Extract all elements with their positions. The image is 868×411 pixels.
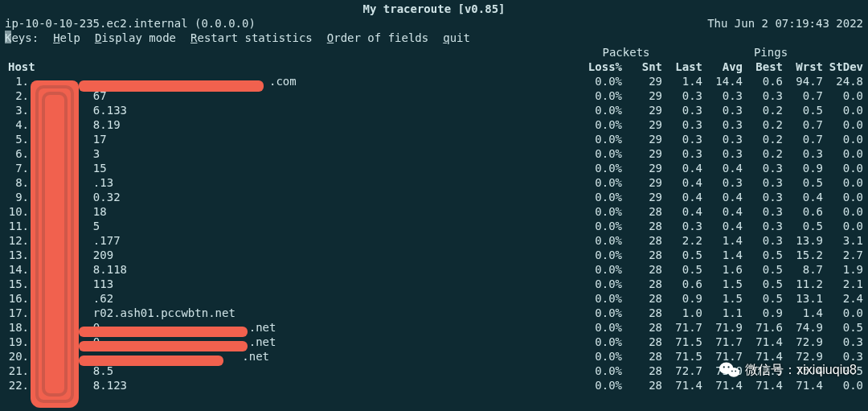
hop-stdev: 0.0 — [823, 378, 863, 393]
hop-host: 15 — [32, 161, 582, 175]
hop-row: 9. 0.320.0%290.40.40.30.40.0 — [0, 190, 868, 204]
hop-avg: 71.4 — [702, 378, 743, 393]
hop-last: 1.0 — [662, 306, 702, 320]
hop-best: 0.3 — [743, 175, 783, 190]
hop-stdev: 0.0 — [823, 204, 863, 219]
hop-loss: 0.0% — [582, 88, 622, 103]
hop-last: 71.7 — [662, 320, 702, 335]
hop-stdev: 2.4 — [823, 291, 863, 306]
hop-last: 0.3 — [662, 88, 702, 103]
menu-hotkey: O — [327, 31, 334, 44]
hop-loss: 0.0% — [582, 219, 622, 233]
hop-avg: 0.3 — [702, 146, 743, 161]
hop-avg: 0.3 — [702, 175, 743, 190]
hop-host: 8.123 — [32, 378, 582, 393]
hop-number: 3. — [5, 103, 32, 117]
hop-row: 15. 1130.0%280.61.50.511.22.1 — [0, 277, 868, 291]
hop-best: 0.3 — [743, 161, 783, 175]
hop-host: 6.133 — [32, 103, 582, 117]
hop-snt: 28 — [622, 349, 662, 364]
menu-item-order-of-fields[interactable]: Order of fields — [327, 31, 428, 45]
hop-loss: 0.0% — [582, 132, 622, 146]
hop-stdev: 0.0 — [823, 219, 863, 233]
svg-point-1 — [728, 368, 739, 377]
hop-avg: 14.4 — [702, 74, 743, 88]
hop-loss: 0.0% — [582, 378, 622, 393]
hop-avg: 0.4 — [702, 161, 743, 175]
hop-row: 10. 180.0%280.40.40.30.60.0 — [0, 204, 868, 219]
hop-loss: 0.0% — [582, 103, 622, 117]
hop-wrst: 0.5 — [783, 175, 823, 190]
hop-loss: 0.0% — [582, 277, 622, 291]
hop-stdev: 0.5 — [823, 320, 863, 335]
hop-row: 13. 2090.0%280.51.40.515.22.7 — [0, 248, 868, 262]
hop-last: 0.3 — [662, 146, 702, 161]
hop-last: 1.4 — [662, 74, 702, 88]
redaction-overlay — [79, 356, 223, 366]
menu-text: rder of fields — [334, 31, 428, 44]
redaction-overlay — [79, 341, 248, 351]
hop-last: 0.6 — [662, 277, 702, 291]
hop-row: 8. .130.0%290.40.30.30.50.0 — [0, 175, 868, 190]
hop-host: 17 — [32, 132, 582, 146]
hop-stdev: 0.0 — [823, 103, 863, 117]
hop-number: 8. — [5, 175, 32, 190]
hop-host: 113 — [32, 277, 582, 291]
hop-host: 18 — [32, 204, 582, 219]
col-loss: Loss% — [582, 60, 622, 74]
hop-loss: 0.0% — [582, 117, 622, 132]
menu-text: uit — [450, 31, 470, 44]
hop-wrst: 13.1 — [783, 291, 823, 306]
hop-wrst: 74.9 — [783, 320, 823, 335]
hop-best: 0.2 — [743, 146, 783, 161]
hop-best: 0.5 — [743, 262, 783, 277]
hop-wrst: 0.9 — [783, 161, 823, 175]
hop-stdev: 3.1 — [823, 233, 863, 248]
hop-best: 71.6 — [743, 320, 783, 335]
hop-host: 8.118 — [32, 262, 582, 277]
hop-last: 0.3 — [662, 219, 702, 233]
hop-loss: 0.0% — [582, 248, 622, 262]
hop-wrst: 71.4 — [783, 378, 823, 393]
hop-snt: 29 — [622, 132, 662, 146]
redaction-overlay — [31, 80, 79, 408]
menu-text: isplay mode — [101, 31, 176, 44]
hop-number: 1. — [5, 74, 32, 88]
hop-snt: 28 — [622, 219, 662, 233]
menu-item-help[interactable]: Help — [53, 31, 80, 45]
menu-item-restart-statistics[interactable]: Restart statistics — [190, 31, 313, 45]
hop-number: 19. — [5, 335, 32, 349]
hop-last: 0.4 — [662, 190, 702, 204]
menu-item-display-mode[interactable]: Display mode — [95, 31, 176, 45]
hop-number: 14. — [5, 262, 32, 277]
local-host-label: ip-10-0-10-235.ec2.internal (0.0.0.0) — [5, 16, 256, 31]
hop-avg: 0.3 — [702, 132, 743, 146]
hop-best: 0.3 — [743, 219, 783, 233]
hop-stdev: 1.9 — [823, 262, 863, 277]
hop-host: r02.ash01.pccwbtn.net — [32, 306, 582, 320]
hop-loss: 0.0% — [582, 349, 622, 364]
wechat-icon — [719, 361, 740, 379]
timestamp: Thu Jun 2 07:19:43 2022 — [707, 16, 863, 31]
hop-row: 11. 50.0%280.30.40.30.50.0 — [0, 219, 868, 233]
col-last: Last — [662, 60, 702, 74]
hop-wrst: 0.4 — [783, 190, 823, 204]
hop-stdev: 0.3 — [823, 335, 863, 349]
hop-last: 0.9 — [662, 291, 702, 306]
hop-best: 0.2 — [743, 132, 783, 146]
hop-stdev: 2.1 — [823, 277, 863, 291]
hop-number: 17. — [5, 306, 32, 320]
hop-snt: 28 — [622, 306, 662, 320]
hop-wrst: 13.9 — [783, 233, 823, 248]
menu-item-quit[interactable]: quit — [443, 31, 470, 45]
menu-text: estart statistics — [197, 31, 312, 44]
hop-best: 0.3 — [743, 190, 783, 204]
hop-snt: 28 — [622, 248, 662, 262]
subtitle-row: ip-10-0-10-235.ec2.internal (0.0.0.0) Th… — [0, 16, 868, 31]
hop-stdev: 0.0 — [823, 175, 863, 190]
hop-avg: 1.5 — [702, 291, 743, 306]
hop-row: 22. 8.1230.0%2871.471.471.471.40.0 — [0, 378, 868, 393]
hop-avg: 1.4 — [702, 233, 743, 248]
hop-host: .62 — [32, 291, 582, 306]
hop-number: 10. — [5, 204, 32, 219]
